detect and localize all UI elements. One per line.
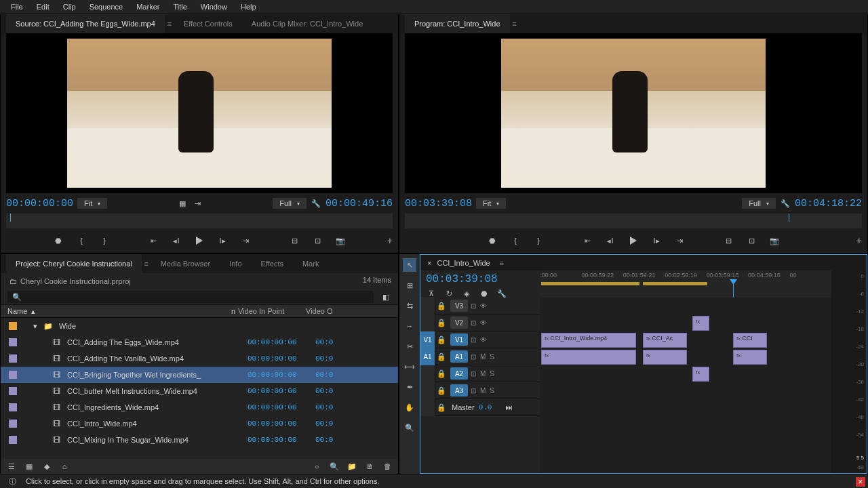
source-scrubber[interactable] bbox=[6, 214, 393, 228]
master-track[interactable]: Master bbox=[448, 403, 479, 411]
list-item[interactable]: 🎞CCI_Adding The Eggs_Wide.mp4 00:00:00:0… bbox=[1, 334, 398, 350]
lock-icon[interactable]: 🔒 bbox=[435, 386, 448, 395]
pen-tool-icon[interactable]: ✒ bbox=[403, 380, 416, 394]
program-in-timecode[interactable]: 00:03:39:08 bbox=[405, 198, 472, 209]
clip-audio[interactable]: fx bbox=[541, 350, 636, 365]
clip[interactable]: fxCCI_Intro_Wide.mp4 bbox=[541, 333, 636, 348]
step-fwd-icon[interactable]: I▸ bbox=[651, 235, 662, 246]
panel-menu-icon[interactable]: ≡ bbox=[497, 259, 507, 267]
lock-icon[interactable]: 🔒 bbox=[435, 319, 448, 327]
lock-icon[interactable]: 🔒 bbox=[435, 403, 448, 412]
list-header[interactable]: Name ▴ n Video In Point Video O bbox=[1, 304, 398, 318]
overwrite-icon[interactable]: ⊡ bbox=[312, 235, 323, 246]
export-frame-icon[interactable]: 📷 bbox=[769, 235, 780, 246]
mark-in-icon[interactable]: ⬣ bbox=[53, 235, 64, 246]
sync-lock-icon[interactable]: ⊡ bbox=[471, 370, 476, 378]
sync-lock-icon[interactable]: ⊡ bbox=[471, 319, 476, 327]
lock-icon[interactable]: 🔒 bbox=[435, 369, 448, 378]
mute-icon[interactable]: M bbox=[480, 387, 486, 394]
solo-icon[interactable]: S bbox=[490, 353, 494, 361]
automate-icon[interactable]: ⟐ bbox=[311, 461, 322, 472]
list-item[interactable]: 🎞CCI_Adding The Vanilla_Wide.mp4 00:00:0… bbox=[1, 350, 398, 367]
src-a1[interactable]: A1 bbox=[420, 348, 435, 365]
clip[interactable]: fx bbox=[692, 316, 709, 331]
list-item[interactable]: 🎞CCI_Ingredients_Wide.mp4 00:00:00:00 00… bbox=[1, 399, 398, 415]
selection-tool-icon[interactable]: ↖ bbox=[403, 258, 416, 272]
settings-icon[interactable]: 🔧 bbox=[780, 198, 791, 209]
play-icon[interactable]: ⏭ bbox=[505, 403, 513, 411]
time-ruler[interactable]: :00:0000:00:59:2200:01:59:2100:02:59:190… bbox=[540, 270, 831, 298]
add-button-icon[interactable]: + bbox=[856, 235, 862, 246]
label-swatch[interactable] bbox=[9, 436, 17, 444]
go-in-icon[interactable]: } bbox=[533, 235, 544, 246]
expand-icon[interactable]: ▾ bbox=[33, 322, 37, 331]
go-in-icon[interactable]: } bbox=[99, 235, 110, 246]
mute-icon[interactable]: M bbox=[480, 353, 486, 361]
lock-icon[interactable]: 🔒 bbox=[435, 352, 448, 361]
sync-lock-icon[interactable]: ⊡ bbox=[471, 336, 476, 344]
label-swatch[interactable] bbox=[9, 338, 17, 346]
col-n[interactable]: n bbox=[231, 307, 238, 315]
settings-icon[interactable]: 🔧 bbox=[311, 198, 321, 209]
filter-icon[interactable]: ◧ bbox=[380, 291, 391, 302]
label-swatch[interactable] bbox=[9, 371, 17, 379]
program-zoom[interactable]: Fit bbox=[476, 198, 506, 209]
menu-title[interactable]: Title bbox=[166, 3, 193, 11]
menu-edit[interactable]: Edit bbox=[30, 3, 56, 11]
menu-window[interactable]: Window bbox=[194, 3, 234, 11]
sync-lock-icon[interactable]: ⊡ bbox=[471, 302, 476, 310]
menu-sequence[interactable]: Sequence bbox=[83, 3, 130, 11]
menu-marker[interactable]: Marker bbox=[130, 3, 166, 11]
tab-source[interactable]: Source: CCI_Adding The Eggs_Wide.mp4 bbox=[6, 14, 165, 33]
play-icon[interactable] bbox=[628, 235, 639, 246]
program-scrubber[interactable] bbox=[405, 214, 862, 228]
hand-tool-icon[interactable]: ✋ bbox=[403, 401, 416, 414]
step-back-icon[interactable]: ◂I bbox=[605, 235, 616, 246]
solo-icon[interactable]: S bbox=[490, 387, 494, 394]
source-viewport[interactable] bbox=[6, 33, 393, 193]
eye-icon[interactable]: 👁 bbox=[480, 319, 487, 327]
list-item[interactable]: 🎞CCI_butter Melt Instructions_Wide.mp4 0… bbox=[1, 383, 398, 399]
label-swatch[interactable] bbox=[9, 420, 17, 428]
src-v1[interactable]: V1 bbox=[420, 331, 435, 348]
panel-menu-icon[interactable]: ≡ bbox=[510, 20, 519, 28]
go-to-out-icon[interactable]: ⇥ bbox=[240, 235, 251, 246]
slip-tool-icon[interactable]: ⟷ bbox=[403, 360, 416, 373]
label-swatch[interactable] bbox=[9, 322, 17, 330]
play-icon[interactable] bbox=[194, 235, 205, 246]
list-folder[interactable]: ▾ 📁 Wide bbox=[1, 318, 398, 334]
go-to-in-icon[interactable]: ⇤ bbox=[148, 235, 159, 246]
razor-tool-icon[interactable]: ✂ bbox=[403, 340, 416, 353]
label-swatch[interactable] bbox=[9, 354, 17, 363]
audio-meter[interactable]: 0-6-12-18-24-30-36-42-48-54 5 5 dB bbox=[831, 270, 867, 473]
sequence-tab[interactable]: CCI_Intro_Wide bbox=[437, 259, 490, 267]
go-to-in-icon[interactable]: ⇤ bbox=[582, 235, 593, 246]
source-res[interactable]: Full bbox=[273, 198, 307, 209]
mute-icon[interactable]: M bbox=[480, 370, 486, 378]
sync-lock-icon[interactable]: ⊡ bbox=[471, 387, 476, 394]
close-icon[interactable]: ✕ bbox=[856, 477, 865, 487]
clip-audio[interactable]: fx bbox=[643, 350, 687, 365]
label-swatch[interactable] bbox=[9, 387, 17, 395]
col-name[interactable]: Name bbox=[7, 307, 27, 315]
tab-effects[interactable]: Effects bbox=[252, 254, 293, 273]
seq-close-icon[interactable]: × bbox=[427, 259, 431, 267]
project-list[interactable]: ▾ 📁 Wide 🎞CCI_Adding The Eggs_Wide.mp4 0… bbox=[1, 318, 398, 459]
freeform-icon[interactable]: ◆ bbox=[41, 461, 52, 472]
new-bin-icon[interactable]: 📁 bbox=[347, 461, 357, 472]
lock-icon[interactable]: 🔒 bbox=[435, 302, 448, 310]
timeline-timecode[interactable]: 00:03:39:08 bbox=[426, 273, 534, 285]
tab-program[interactable]: Program: CCI_Intro_Wide bbox=[405, 14, 510, 33]
new-item-icon[interactable]: 🗎 bbox=[364, 461, 375, 472]
step-fwd-icon[interactable]: I▸ bbox=[217, 235, 228, 246]
menu-clip[interactable]: Clip bbox=[56, 3, 83, 11]
track-v1[interactable]: V1 bbox=[450, 333, 468, 346]
program-out-timecode[interactable]: 00:04:18:22 bbox=[795, 198, 862, 209]
panel-menu-icon[interactable]: ≡ bbox=[142, 260, 151, 268]
insert-icon[interactable]: ⊟ bbox=[289, 235, 300, 246]
menu-file[interactable]: File bbox=[4, 3, 30, 11]
tab-info[interactable]: Info bbox=[220, 254, 251, 273]
track-a3[interactable]: A3 bbox=[450, 384, 468, 396]
tab-audio-mixer[interactable]: Audio Clip Mixer: CCI_Intro_Wide bbox=[242, 14, 372, 33]
mark-in-icon[interactable]: ⬣ bbox=[487, 235, 498, 246]
